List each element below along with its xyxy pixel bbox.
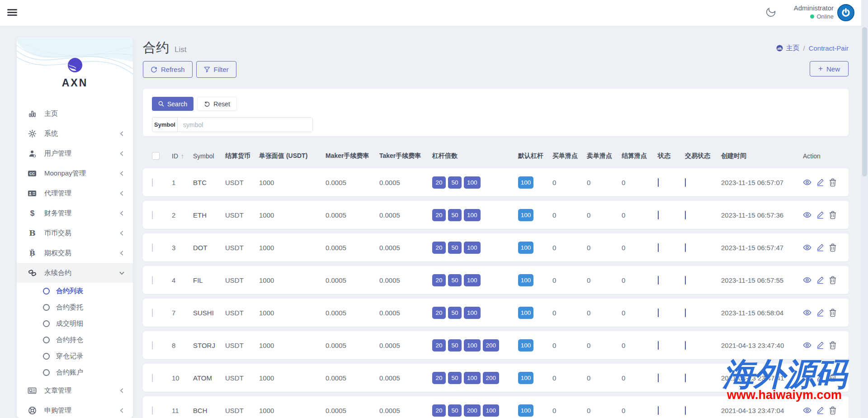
status-toggle[interactable]: [658, 243, 659, 252]
trade-status-toggle[interactable]: [685, 406, 686, 415]
row-checkbox[interactable]: [152, 276, 153, 285]
trade-status-toggle[interactable]: [685, 243, 686, 252]
view-eye-icon[interactable]: [803, 407, 811, 414]
row-checkbox[interactable]: [152, 243, 153, 252]
cell-taker-fee: 0.0005: [379, 276, 432, 284]
sidebar-item-3[interactable]: 用户管理: [17, 143, 133, 163]
sidebar-item-10[interactable]: 文章管理: [17, 380, 133, 400]
sidebar-item-8[interactable]: B期权交易: [17, 243, 133, 263]
default-leverage-badge: 100: [518, 242, 533, 254]
row-checkbox[interactable]: [152, 178, 153, 187]
avatar[interactable]: [837, 4, 854, 21]
default-leverage-badge: 100: [518, 339, 533, 352]
sort-ascending-icon[interactable]: ↑: [181, 152, 184, 160]
submenu-item[interactable]: 成交明细: [17, 315, 133, 332]
submenu-item[interactable]: 合约列表: [17, 283, 133, 299]
column-header: 状态: [658, 152, 685, 160]
status-toggle[interactable]: [658, 178, 659, 187]
cell-symbol: STORJ: [193, 342, 225, 349]
view-eye-icon[interactable]: [803, 244, 811, 251]
edit-pencil-icon[interactable]: [816, 178, 824, 186]
dark-mode-moon-icon[interactable]: [765, 6, 779, 20]
row-select-cell: [149, 276, 172, 284]
edit-pencil-icon[interactable]: [816, 276, 824, 284]
trade-status-toggle[interactable]: [685, 276, 686, 285]
status-toggle[interactable]: [658, 309, 659, 317]
delete-trash-icon[interactable]: [829, 341, 836, 349]
delete-trash-icon[interactable]: [829, 276, 836, 284]
edit-pencil-icon[interactable]: [816, 243, 824, 252]
delete-trash-icon[interactable]: [829, 309, 836, 317]
submenu-item[interactable]: 合约委托: [17, 299, 133, 315]
cell-face-value: 1000: [259, 342, 326, 349]
sidebar-item-2[interactable]: 系统: [17, 124, 133, 143]
delete-trash-icon[interactable]: [829, 178, 836, 186]
submenu-item-label: 合约列表: [56, 287, 83, 295]
trade-status-toggle[interactable]: [685, 178, 686, 187]
symbol-input[interactable]: [178, 118, 312, 132]
sidebar-item-5[interactable]: 代理管理: [17, 183, 133, 203]
new-button[interactable]: + New: [810, 61, 849, 76]
edit-pencil-icon[interactable]: [816, 341, 824, 349]
column-header: 结算货币: [225, 152, 259, 160]
row-select-cell: [149, 211, 172, 219]
leverage-badge: 50: [448, 339, 462, 352]
gear-icon: [28, 129, 37, 138]
edit-pencil-icon[interactable]: [816, 406, 824, 414]
cell-face-value: 1000: [259, 407, 326, 414]
status-toggle[interactable]: [658, 211, 659, 219]
user-info[interactable]: Administrator Online: [794, 4, 834, 20]
sidebar: AXN 主页系统用户管理CCMoonpay管理代理管理$财务管理B币币交易B期权…: [17, 37, 133, 418]
trade-status-toggle[interactable]: [685, 341, 686, 350]
cell-id: 1: [172, 179, 193, 186]
sidebar-item-7[interactable]: B币币交易: [17, 223, 133, 243]
trade-status-toggle[interactable]: [685, 309, 686, 317]
view-eye-icon[interactable]: [803, 309, 811, 316]
cell-face-value: 1000: [259, 244, 326, 252]
delete-trash-icon[interactable]: [829, 211, 836, 219]
row-checkbox[interactable]: [152, 211, 153, 219]
row-checkbox[interactable]: [152, 406, 153, 415]
edit-pencil-icon[interactable]: [816, 211, 824, 219]
view-eye-icon[interactable]: [803, 342, 811, 349]
breadcrumb-home-link[interactable]: 主页: [776, 44, 799, 52]
delete-trash-icon[interactable]: [829, 406, 836, 414]
view-eye-icon[interactable]: [803, 211, 811, 218]
view-eye-icon[interactable]: [803, 374, 811, 381]
edit-pencil-icon[interactable]: [816, 374, 824, 382]
submenu-item[interactable]: 合约持仓: [17, 332, 133, 348]
hamburger-menu-icon[interactable]: [7, 9, 17, 16]
breadcrumb-current[interactable]: Contract-Pair: [809, 44, 849, 52]
status-toggle[interactable]: [658, 374, 659, 382]
edit-pencil-icon[interactable]: [816, 309, 824, 317]
view-eye-icon[interactable]: [803, 276, 811, 284]
filter-button[interactable]: Filter: [196, 61, 236, 78]
reset-button[interactable]: Reset: [197, 97, 237, 111]
submenu-item[interactable]: 穿仓记录: [17, 348, 133, 364]
row-checkbox[interactable]: [152, 374, 153, 382]
status-toggle[interactable]: [658, 341, 659, 350]
scrollbar-thumb[interactable]: [862, 27, 867, 176]
sidebar-item-9[interactable]: 永续合约: [17, 263, 133, 283]
delete-trash-icon[interactable]: [829, 243, 836, 252]
cell-default-leverage: 100: [518, 404, 552, 417]
sidebar-item-1[interactable]: 主页: [17, 104, 133, 124]
submenu-item[interactable]: 合约账户: [17, 364, 133, 380]
row-checkbox[interactable]: [152, 309, 153, 317]
row-checkbox[interactable]: [152, 341, 153, 350]
sidebar-item-6[interactable]: $财务管理: [17, 203, 133, 223]
sidebar-item-4[interactable]: CCMoonpay管理: [17, 163, 133, 183]
sidebar-item-11[interactable]: 申购管理: [17, 400, 133, 418]
status-toggle[interactable]: [658, 406, 659, 415]
brand[interactable]: AXN: [17, 37, 133, 89]
refresh-button[interactable]: Refresh: [143, 61, 193, 78]
delete-trash-icon[interactable]: [829, 374, 836, 382]
select-all-checkbox[interactable]: [152, 152, 160, 160]
trade-status-toggle[interactable]: [685, 211, 686, 219]
vertical-scrollbar[interactable]: [861, 0, 868, 418]
cell-symbol: SUSHI: [193, 309, 225, 317]
trade-status-toggle[interactable]: [685, 374, 686, 382]
search-button[interactable]: Search: [152, 97, 193, 111]
view-eye-icon[interactable]: [803, 179, 811, 186]
status-toggle[interactable]: [658, 276, 659, 285]
